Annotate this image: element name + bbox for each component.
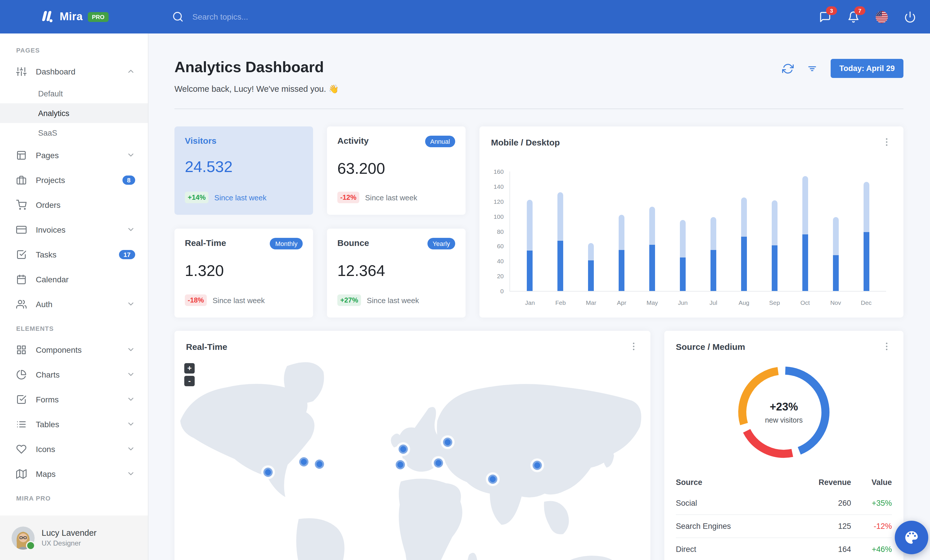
sidebar-item-orders[interactable]: Orders xyxy=(0,192,148,217)
table-row-social: Social260+35% xyxy=(676,492,892,515)
search-icon xyxy=(172,11,184,23)
sidebar-user[interactable]: Lucy Lavender UX Designer xyxy=(0,516,148,560)
zoom-out-button[interactable]: - xyxy=(184,376,195,386)
bar-plot: JanFebMarAprMayJunJulAugSepOctNovDec xyxy=(510,172,886,292)
notifications-button[interactable]: 7 xyxy=(847,11,859,23)
us-flag-icon xyxy=(876,11,888,23)
filter-button[interactable] xyxy=(806,63,818,74)
delta-badge: +14% xyxy=(185,192,208,203)
page-title: Analytics Dashboard xyxy=(174,58,339,76)
header-divider xyxy=(174,109,904,109)
stat-cards: Visitors24.532+14%Since last weekActivit… xyxy=(174,126,466,318)
panel-menu-button[interactable] xyxy=(881,341,892,351)
bar-apr: Apr xyxy=(607,172,637,291)
period-badge[interactable]: Annual xyxy=(425,136,455,147)
period-badge[interactable]: Monthly xyxy=(270,238,303,249)
messages-badge: 3 xyxy=(826,6,837,15)
y-tick: 60 xyxy=(497,243,504,250)
x-tick: Oct xyxy=(800,299,810,306)
sidebar-item-pages[interactable]: Pages xyxy=(0,143,148,167)
more-vertical-icon xyxy=(628,341,639,351)
analytics-dashboard-page: Mira PRO 3 7 xyxy=(0,0,930,560)
brand[interactable]: Mira PRO xyxy=(0,10,148,24)
more-vertical-icon xyxy=(881,341,892,351)
x-tick: Sep xyxy=(769,299,780,306)
bar-nov: Nov xyxy=(820,172,851,291)
panel-menu-button[interactable] xyxy=(881,137,892,147)
panel-menu-button[interactable] xyxy=(628,341,639,351)
map-marker-7 xyxy=(431,456,445,470)
language-button[interactable] xyxy=(876,11,888,23)
x-tick: Apr xyxy=(617,299,627,306)
y-tick: 80 xyxy=(497,228,504,235)
sidebar-section-label: PAGES xyxy=(0,38,148,59)
filter-icon xyxy=(806,63,818,74)
stat-value: 63.200 xyxy=(337,160,455,178)
sidebar-nav: PAGESDashboardDefaultAnalyticsSaaSPagesP… xyxy=(0,34,148,516)
map-marker-1 xyxy=(261,465,275,479)
mobile-desktop-panel: Mobile / Desktop 020406080100120140160 J… xyxy=(479,126,904,318)
cell-source: Direct xyxy=(676,538,786,560)
messages-button[interactable]: 3 xyxy=(819,11,831,23)
stat-card-real-time: Real-TimeMonthly1.320-18%Since last week xyxy=(174,229,313,318)
source-medium-panel: Source / Medium +23% new visitors Source… xyxy=(664,331,904,560)
period-badge[interactable]: Yearly xyxy=(428,238,455,249)
bar-jan: Jan xyxy=(515,172,545,291)
column-header-source: Source xyxy=(676,473,786,492)
welcome-message: Welcome back, Lucy! We've missed you. 👋 xyxy=(174,83,339,95)
sidebar-item-tasks[interactable]: Tasks17 xyxy=(0,242,148,267)
sidebar-item-charts[interactable]: Charts xyxy=(0,362,148,387)
pro-badge: PRO xyxy=(88,12,108,21)
bar-chart: 020406080100120140160 JanFebMarAprMayJun… xyxy=(492,172,886,292)
x-tick: May xyxy=(647,299,658,306)
x-tick: Jan xyxy=(525,299,535,306)
map-marker-5 xyxy=(393,458,407,472)
page-header: Analytics Dashboard Welcome back, Lucy! … xyxy=(174,58,904,95)
sidebar-item-maps[interactable]: Maps xyxy=(0,461,148,486)
column-header-revenue: Revenue xyxy=(786,473,851,492)
sidebar-item-forms[interactable]: Forms xyxy=(0,387,148,412)
top-navbar: Mira PRO 3 7 xyxy=(0,0,930,34)
sidebar-item-projects[interactable]: Projects8 xyxy=(0,167,148,192)
refresh-button[interactable] xyxy=(782,63,794,74)
search-input[interactable] xyxy=(191,12,355,22)
sidebar-item-invoices[interactable]: Invoices xyxy=(0,217,148,242)
table-row-search-engines: Search Engines125-12% xyxy=(676,515,892,538)
sidebar-badge: 17 xyxy=(119,250,135,259)
bar-feb: Feb xyxy=(545,172,576,291)
donut-center-value: +23% xyxy=(770,400,798,413)
navbar-actions: 3 7 xyxy=(819,11,930,23)
logout-button[interactable] xyxy=(904,11,916,23)
sidebar-subitem-saas[interactable]: SaaS xyxy=(0,123,148,143)
mira-logo-icon xyxy=(39,10,54,24)
stat-caption: Since last week xyxy=(214,193,266,202)
stat-title: Bounce xyxy=(337,238,369,248)
map-zoom-controls: + - xyxy=(184,363,195,386)
theme-settings-button[interactable] xyxy=(895,521,928,554)
cell-revenue: 164 xyxy=(786,538,851,560)
sidebar-item-tables[interactable]: Tables xyxy=(0,412,148,436)
x-tick: Feb xyxy=(556,299,566,306)
y-tick: 20 xyxy=(497,273,504,279)
date-range-button[interactable]: Today: April 29 xyxy=(831,59,904,78)
y-tick: 120 xyxy=(494,198,504,205)
sidebar-subitem-default[interactable]: Default xyxy=(0,84,148,103)
sidebar-item-dashboard[interactable]: Dashboard xyxy=(0,59,148,84)
x-tick: Jul xyxy=(710,299,718,306)
y-tick: 0 xyxy=(500,287,504,295)
y-tick: 100 xyxy=(494,213,504,220)
x-tick: Nov xyxy=(830,299,841,306)
sidebar-item-icons[interactable]: Icons xyxy=(0,436,148,461)
source-table: Source Revenue Value Social260+35%Search… xyxy=(676,473,892,560)
sidebar-subitem-analytics[interactable]: Analytics xyxy=(0,103,148,123)
bar-sep: Sep xyxy=(759,172,790,291)
sidebar-item-calendar[interactable]: Calendar xyxy=(0,267,148,292)
delta-badge: -18% xyxy=(185,295,207,306)
cell-revenue: 125 xyxy=(786,515,851,538)
header-actions: Today: April 29 xyxy=(782,59,904,78)
sidebar-item-components[interactable]: Components xyxy=(0,337,148,362)
sidebar-section-label: MIRA PRO xyxy=(0,486,148,507)
sidebar-item-auth[interactable]: Auth xyxy=(0,292,148,316)
map-marker-8 xyxy=(486,472,500,486)
zoom-in-button[interactable]: + xyxy=(184,363,195,374)
